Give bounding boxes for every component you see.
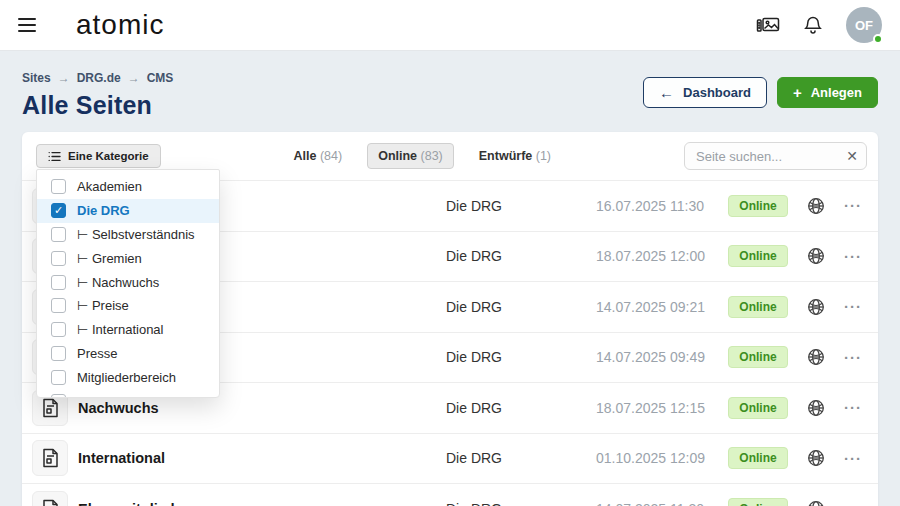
page-icon-box: [32, 440, 68, 476]
page-date-cell: 14.07.2025 09:21: [596, 299, 714, 315]
row-menu-icon[interactable]: ···: [840, 248, 866, 265]
globe-icon[interactable]: [804, 298, 828, 316]
back-arrow-icon: ←: [659, 84, 674, 101]
breadcrumb-sites[interactable]: Sites: [22, 71, 51, 85]
globe-icon[interactable]: [804, 247, 828, 265]
breadcrumb-separator: →: [58, 71, 70, 85]
category-option[interactable]: ⊢ International: [37, 318, 219, 342]
status-badge: Online: [728, 498, 787, 506]
checkbox[interactable]: [51, 298, 66, 313]
category-option-label: Die DRG: [77, 203, 130, 218]
tab-online[interactable]: Online (83): [367, 143, 454, 169]
category-option[interactable]: Akademien: [37, 175, 219, 199]
page-category-cell: Die DRG: [446, 450, 596, 466]
category-option[interactable]: ⊢ Selbstverständnis: [37, 223, 219, 247]
category-option[interactable]: Mitgliederbereich: [37, 365, 219, 389]
search-field: ✕: [684, 142, 867, 170]
row-menu-icon[interactable]: ···: [840, 450, 866, 467]
category-option-label: ⊢ Nachwuchs: [77, 275, 159, 290]
checkbox[interactable]: [51, 322, 66, 337]
checkbox[interactable]: [51, 346, 66, 361]
page-category-cell: Die DRG: [446, 248, 596, 264]
category-option-label: ⊢ International: [77, 322, 164, 337]
page-header: Sites → DRG.de → CMS Alle Seiten ← Dashb…: [0, 51, 900, 136]
page-category-cell: Die DRG: [446, 501, 596, 506]
topbar: atomic OF: [0, 0, 900, 51]
document-icon: [42, 448, 59, 468]
page-category-cell: Die DRG: [446, 299, 596, 315]
page-date-cell: 01.10.2025 12:09: [596, 450, 714, 466]
row-menu-icon[interactable]: ···: [840, 399, 866, 416]
checkbox[interactable]: [51, 275, 66, 290]
category-option-label: ⊢ Selbstverständnis: [77, 227, 195, 242]
topbar-actions: OF: [756, 7, 882, 43]
menu-icon[interactable]: [18, 18, 36, 32]
category-option[interactable]: ⊢ Preise: [37, 294, 219, 318]
globe-icon[interactable]: [804, 197, 828, 215]
row-menu-icon[interactable]: ···: [840, 349, 866, 366]
category-option-label: Akademien: [77, 179, 142, 194]
status-badge: Online: [728, 245, 787, 267]
list-icon: [48, 151, 61, 162]
page-category-cell: Die DRG: [446, 400, 596, 416]
checkbox[interactable]: [51, 370, 66, 385]
create-page-button[interactable]: + Anlegen: [777, 77, 878, 108]
row-menu-icon[interactable]: ···: [840, 500, 866, 506]
page-category-cell: Die DRG: [446, 349, 596, 365]
category-option-label: ⊢ Gremien: [77, 251, 142, 266]
page-title-cell: Nachwuchs: [78, 400, 446, 416]
status-badge: Online: [728, 397, 787, 419]
category-option[interactable]: ✓ Die DRG: [37, 199, 219, 223]
breadcrumb-cms[interactable]: CMS: [147, 71, 174, 85]
document-icon: [42, 398, 59, 418]
document-icon: [42, 499, 59, 506]
globe-icon[interactable]: [804, 348, 828, 366]
checkbox[interactable]: ✓: [51, 203, 66, 218]
online-status-dot: [873, 34, 883, 44]
search-input[interactable]: [684, 142, 867, 170]
page-date-cell: 18.07.2025 12:00: [596, 248, 714, 264]
checkbox[interactable]: [51, 251, 66, 266]
category-option-label: ⊢ Preise: [77, 298, 129, 313]
category-dropdown-list: Akademien ✓ Die DRG ⊢ Selbstverständnis …: [37, 175, 219, 398]
tab-alle[interactable]: Alle (84): [283, 143, 354, 169]
category-option-label: Presse: [77, 346, 117, 361]
media-library-icon[interactable]: [756, 16, 780, 35]
clear-search-icon[interactable]: ✕: [846, 149, 858, 163]
globe-icon[interactable]: [804, 449, 828, 467]
status-badge: Online: [728, 195, 787, 217]
checkbox[interactable]: [51, 394, 66, 398]
breadcrumb: Sites → DRG.de → CMS: [22, 71, 173, 85]
category-option-label: ⊢ Services: [77, 394, 142, 398]
category-option[interactable]: Presse: [37, 342, 219, 366]
category-filter-button[interactable]: Eine Kategorie: [36, 144, 161, 168]
status-tabs: Alle (84) Online (83) Entwürfe (1): [161, 143, 684, 169]
page-date-cell: 16.07.2025 11:30: [596, 198, 714, 214]
dashboard-button[interactable]: ← Dashboard: [643, 77, 767, 108]
status-badge: Online: [728, 296, 787, 318]
avatar-initials: OF: [855, 18, 873, 33]
avatar[interactable]: OF: [846, 7, 882, 43]
tab-entwuerfe[interactable]: Entwürfe (1): [468, 143, 562, 169]
row-menu-icon[interactable]: ···: [840, 298, 866, 315]
category-option[interactable]: ⊢ Services: [37, 389, 219, 398]
page-date-cell: 14.07.2025 11:30: [596, 501, 714, 506]
page-title-cell: International: [78, 450, 446, 466]
notifications-bell-icon[interactable]: [804, 15, 822, 35]
globe-icon[interactable]: [804, 399, 828, 417]
plus-icon: +: [793, 84, 802, 101]
table-row[interactable]: Ehrenmitglieder Die DRG 14.07.2025 11:30…: [22, 483, 878, 506]
checkbox[interactable]: [51, 179, 66, 194]
page-icon-box: [32, 491, 68, 506]
row-menu-icon[interactable]: ···: [840, 197, 866, 214]
breadcrumb-site[interactable]: DRG.de: [77, 71, 121, 85]
category-option[interactable]: ⊢ Gremien: [37, 246, 219, 270]
page-date-cell: 18.07.2025 12:15: [596, 400, 714, 416]
category-option[interactable]: ⊢ Nachwuchs: [37, 270, 219, 294]
table-row[interactable]: International Die DRG 01.10.2025 12:09 O…: [22, 433, 878, 484]
page-category-cell: Die DRG: [446, 198, 596, 214]
page-title-cell: Ehrenmitglieder: [78, 501, 446, 506]
checkbox[interactable]: [51, 227, 66, 242]
app-logo: atomic: [76, 9, 164, 41]
globe-icon[interactable]: [804, 500, 828, 506]
